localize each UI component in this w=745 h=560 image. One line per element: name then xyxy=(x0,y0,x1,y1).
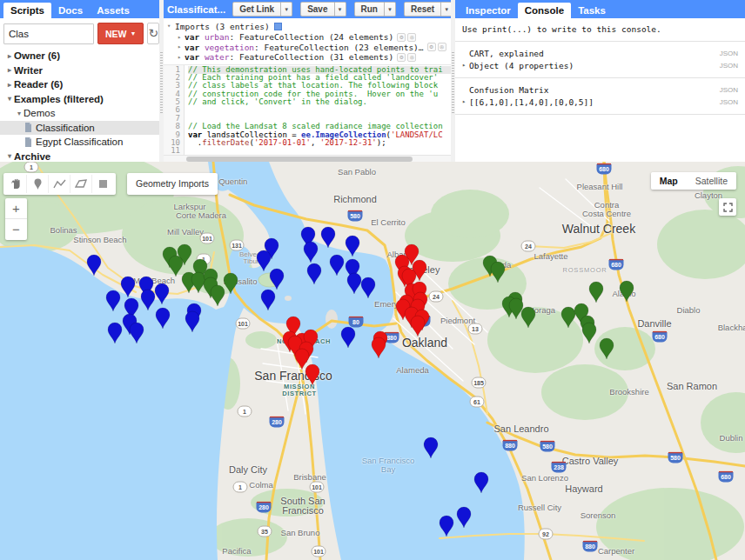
map-type-map-button[interactable]: Map xyxy=(651,172,687,190)
map-marker-urban[interactable] xyxy=(372,337,386,358)
map-marker-water[interactable] xyxy=(130,323,144,343)
import-row-vegetation[interactable]: ▸var vegetation: FeatureCollection (23 e… xyxy=(167,43,451,53)
map-marker-water[interactable] xyxy=(156,308,170,329)
dropdown-arrow-icon[interactable]: ▼ xyxy=(441,2,451,17)
panel-splitter-left[interactable] xyxy=(159,0,164,162)
new-script-button[interactable]: NEW ▼ xyxy=(97,23,144,44)
map-marker-vegetation[interactable] xyxy=(509,298,523,319)
code-line-6[interactable] xyxy=(188,106,451,114)
import-gear-icon[interactable]: ⚙ xyxy=(397,33,406,42)
tree-item-writer[interactable]: ▸Writer xyxy=(0,63,159,78)
map-marker-vegetation[interactable] xyxy=(169,256,183,277)
code-area[interactable]: 123456789101112 // This demonstration us… xyxy=(164,64,451,156)
geometry-imports-button[interactable]: Geometry Imports xyxy=(127,173,218,195)
import-row-urban[interactable]: ▸var urban: FeatureCollection (24 elemen… xyxy=(167,32,451,43)
tab-tasks[interactable]: Tasks xyxy=(571,3,613,18)
zoom-out-button[interactable]: − xyxy=(5,219,27,240)
pan-hand-icon[interactable] xyxy=(5,175,27,193)
map-marker-water[interactable] xyxy=(155,283,169,304)
run-button[interactable]: Run xyxy=(354,2,385,17)
expand-arrow-icon[interactable]: ▸ xyxy=(462,62,469,69)
editor-horizontal-scrollbar[interactable] xyxy=(164,155,451,162)
point-marker-icon[interactable] xyxy=(27,175,49,193)
get-link-button[interactable]: Get Link xyxy=(232,2,281,17)
map-marker-vegetation[interactable] xyxy=(191,272,205,293)
tab-scripts[interactable]: Scripts xyxy=(3,3,51,18)
map-marker-water[interactable] xyxy=(440,516,453,537)
import-target-icon[interactable]: ◎ xyxy=(407,53,416,62)
tree-item-demos[interactable]: ▾Demos xyxy=(0,106,159,121)
map-marker-vegetation[interactable] xyxy=(620,281,634,302)
refresh-icon[interactable]: ↻ xyxy=(147,23,159,44)
import-row-water[interactable]: ▸var water: FeatureCollection (31 elemen… xyxy=(167,52,451,63)
map-marker-vegetation[interactable] xyxy=(600,338,614,359)
expand-arrow-icon[interactable]: ▸ xyxy=(178,54,185,61)
panel-splitter-right[interactable] xyxy=(451,0,455,162)
dropdown-arrow-icon[interactable]: ▼ xyxy=(281,2,292,17)
polyline-icon[interactable] xyxy=(49,175,70,193)
import-target-icon[interactable]: ◎ xyxy=(438,43,446,51)
map-marker-vegetation[interactable] xyxy=(589,282,603,303)
expand-arrow-icon[interactable]: ▸ xyxy=(5,52,14,60)
zoom-in-button[interactable]: + xyxy=(5,198,27,219)
tab-console[interactable]: Console xyxy=(518,3,571,18)
map-marker-water[interactable] xyxy=(347,273,361,294)
expand-arrow-icon[interactable]: ▸ xyxy=(5,81,14,89)
import-target-icon[interactable]: ◎ xyxy=(407,33,416,42)
map-marker-water[interactable] xyxy=(261,290,275,310)
json-badge[interactable]: JSON xyxy=(720,98,738,106)
expand-arrow-icon[interactable]: ▾ xyxy=(5,152,14,160)
tree-item-egypt-classification[interactable]: Egypt Classification xyxy=(0,135,159,150)
expand-arrow-icon[interactable]: ▾ xyxy=(15,110,23,117)
tree-item-reader-6-[interactable]: ▸Reader (6) xyxy=(0,77,159,92)
json-badge[interactable]: JSON xyxy=(720,86,738,94)
expand-arrow-icon[interactable]: ▸ xyxy=(178,34,185,41)
map-marker-vegetation[interactable] xyxy=(211,285,225,306)
map-marker-water[interactable] xyxy=(361,277,375,298)
map-marker-water[interactable] xyxy=(87,255,101,276)
map-marker-water[interactable] xyxy=(457,507,471,528)
map-marker-water[interactable] xyxy=(307,263,321,284)
map-marker-vegetation[interactable] xyxy=(582,323,596,343)
script-search-input[interactable] xyxy=(3,23,94,44)
map-marker-water[interactable] xyxy=(270,269,284,290)
map[interactable]: San PabloRichmondSan QuentinEl CerritoLa… xyxy=(0,162,745,560)
map-marker-vegetation[interactable] xyxy=(224,273,238,294)
expand-arrow-icon[interactable]: ▸ xyxy=(178,43,185,50)
dropdown-arrow-icon[interactable]: ▼ xyxy=(335,2,346,17)
tab-docs[interactable]: Docs xyxy=(51,3,90,18)
map-marker-water[interactable] xyxy=(346,236,359,257)
map-marker-water[interactable] xyxy=(108,323,122,343)
map-marker-urban[interactable] xyxy=(411,316,425,337)
expand-arrow-icon[interactable]: ▸ xyxy=(462,98,469,105)
code-line-10[interactable]: .filterDate('2017-01-01', '2017-12-31'); xyxy=(188,139,451,147)
map-marker-vegetation[interactable] xyxy=(561,307,575,328)
tree-item-owner-6-[interactable]: ▸Owner (6) xyxy=(0,49,159,63)
code-line-5[interactable]: // and click, 'Convert' in the dialog. xyxy=(188,98,451,106)
map-marker-water[interactable] xyxy=(474,472,488,493)
map-marker-water[interactable] xyxy=(341,327,355,348)
map-marker-water[interactable] xyxy=(424,437,438,458)
map-marker-water[interactable] xyxy=(304,242,318,263)
tab-inspector[interactable]: Inspector xyxy=(459,3,518,18)
console-entry-value[interactable]: [[6,1,0],[1,4,0],[0,0,5]] xyxy=(469,97,715,107)
polygon-icon[interactable] xyxy=(70,175,92,193)
map-marker-vegetation[interactable] xyxy=(491,262,505,283)
tree-item-archive[interactable]: ▾Archive xyxy=(0,150,159,163)
save-button[interactable]: Save xyxy=(300,2,334,17)
import-gear-icon[interactable]: ⚙ xyxy=(397,53,406,62)
expand-arrow-icon[interactable]: ▸ xyxy=(5,66,14,74)
rectangle-icon[interactable] xyxy=(92,175,114,193)
map-marker-water[interactable] xyxy=(106,290,120,311)
map-marker-vegetation[interactable] xyxy=(521,307,535,328)
map-type-satellite-button[interactable]: Satellite xyxy=(687,172,736,190)
import-table-icon[interactable] xyxy=(274,23,282,30)
reset-button[interactable]: Reset xyxy=(404,2,441,17)
json-badge[interactable]: JSON xyxy=(720,50,738,57)
import-gear-icon[interactable]: ⚙ xyxy=(427,43,436,51)
json-badge[interactable]: JSON xyxy=(720,62,738,70)
expand-arrow-icon[interactable]: ▾ xyxy=(5,95,14,103)
fullscreen-icon[interactable] xyxy=(719,198,736,216)
code-line-11[interactable] xyxy=(188,147,451,155)
map-marker-urban[interactable] xyxy=(295,349,309,370)
